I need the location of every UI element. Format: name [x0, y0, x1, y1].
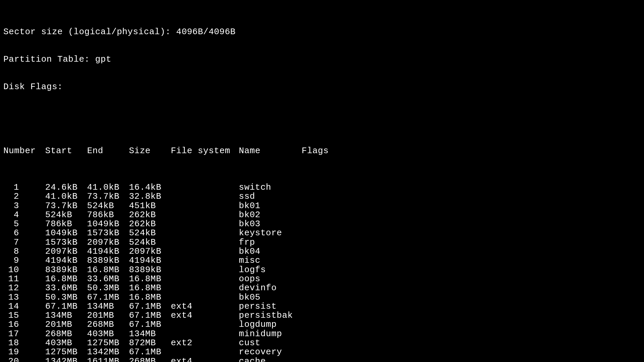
cell-start: 2097kB — [45, 247, 87, 256]
table-row: 1116.8MB33.6MB16.8MBoops — [3, 275, 641, 284]
cell-end: 41.0kB — [87, 183, 129, 192]
cell-name: cache — [239, 357, 302, 362]
table-header: NumberStartEndSizeFile systemNameFlags — [3, 146, 641, 156]
partition-table-line: Partition Table: gpt — [3, 55, 641, 64]
cell-end: 4194kB — [87, 247, 129, 256]
cell-number: 12 — [3, 284, 19, 293]
cell-number: 2 — [3, 192, 19, 201]
cell-end: 50.3MB — [87, 284, 129, 293]
cell-start: 403MB — [45, 339, 87, 348]
table-row: 17268MB403MB134MBminidump — [3, 329, 641, 339]
table-row: 124.6kB41.0kB16.4kBswitch — [3, 183, 641, 192]
cell-end: 134MB — [87, 302, 129, 311]
col-header-filesystem: File system — [171, 146, 239, 156]
sector-size-line: Sector size (logical/physical): 4096B/40… — [3, 27, 641, 37]
table-row: 108389kB16.8MB8389kBlogfs — [3, 265, 641, 275]
cell-size: 67.1MB — [129, 302, 171, 311]
col-header-size: Size — [129, 146, 171, 156]
cell-start: 1573kB — [45, 238, 87, 247]
cell-number: 20 — [3, 357, 19, 362]
cell-size: 67.1MB — [129, 320, 171, 329]
table-row: 15134MB201MB67.1MBext4persistbak — [3, 311, 641, 320]
cell-size: 16.4kB — [129, 183, 171, 192]
table-row: 18403MB1275MB872MBext2cust — [3, 339, 641, 348]
cell-name: keystore — [239, 229, 302, 238]
cell-size: 268MB — [129, 357, 171, 362]
cell-name: bk05 — [239, 293, 302, 302]
col-header-start: Start — [45, 146, 87, 156]
cell-number: 9 — [3, 256, 19, 265]
cell-start: 1049kB — [45, 229, 87, 238]
cell-size: 872MB — [129, 339, 171, 348]
cell-start: 33.6MB — [45, 284, 87, 293]
cell-end: 1049kB — [87, 220, 129, 229]
cell-size: 262kB — [129, 210, 171, 220]
cell-name: bk03 — [239, 220, 302, 229]
col-header-name: Name — [239, 146, 302, 156]
table-row: 61049kB1573kB524kBkeystore — [3, 229, 641, 238]
table-row: 373.7kB524kB451kBbk01 — [3, 201, 641, 210]
cell-end: 1573kB — [87, 229, 129, 238]
table-row: 241.0kB73.7kB32.8kBssd — [3, 192, 641, 201]
cell-name: frp — [239, 238, 302, 247]
cell-name: bk01 — [239, 201, 302, 210]
cell-number: 14 — [3, 302, 19, 311]
cell-start: 4194kB — [45, 256, 87, 265]
cell-start: 24.6kB — [45, 183, 87, 192]
cell-start: 16.8MB — [45, 275, 87, 284]
cell-number: 15 — [3, 311, 19, 320]
cell-number: 1 — [3, 183, 19, 192]
table-row: 16201MB268MB67.1MBlogdump — [3, 320, 641, 329]
cell-end: 2097kB — [87, 238, 129, 247]
cell-end: 8389kB — [87, 256, 129, 265]
cell-start: 786kB — [45, 220, 87, 229]
cell-end: 73.7kB — [87, 192, 129, 201]
cell-start: 73.7kB — [45, 201, 87, 210]
cell-size: 8389kB — [129, 265, 171, 275]
cell-start: 1342MB — [45, 357, 87, 362]
cell-start: 41.0kB — [45, 192, 87, 201]
cell-size: 451kB — [129, 201, 171, 210]
cell-size: 16.8MB — [129, 284, 171, 293]
table-row: 4524kB786kB262kBbk02 — [3, 210, 641, 220]
table-row: 82097kB4194kB2097kBbk04 — [3, 247, 641, 256]
cell-name: logdump — [239, 320, 302, 329]
cell-number: 17 — [3, 329, 19, 339]
cell-end: 33.6MB — [87, 275, 129, 284]
blank-line — [3, 110, 641, 119]
table-row: 5786kB1049kB262kBbk03 — [3, 220, 641, 229]
cell-name: misc — [239, 256, 302, 265]
cell-size: 32.8kB — [129, 192, 171, 201]
cell-filesystem: ext4 — [171, 302, 239, 311]
cell-name: bk04 — [239, 247, 302, 256]
cell-name: cust — [239, 339, 302, 348]
cell-name: bk02 — [239, 210, 302, 220]
cell-name: devinfo — [239, 284, 302, 293]
cell-end: 1275MB — [87, 339, 129, 348]
cell-end: 524kB — [87, 201, 129, 210]
disk-flags-line: Disk Flags: — [3, 82, 641, 92]
cell-number: 18 — [3, 339, 19, 348]
terminal-output[interactable]: Sector size (logical/physical): 4096B/40… — [0, 0, 644, 362]
cell-number: 7 — [3, 238, 19, 247]
cell-filesystem: ext2 — [171, 339, 239, 348]
table-row: 1467.1MB134MB67.1MBext4persist — [3, 302, 641, 311]
cell-size: 67.1MB — [129, 348, 171, 357]
cell-number: 19 — [3, 348, 19, 357]
cell-number: 13 — [3, 293, 19, 302]
cell-name: persistbak — [239, 311, 302, 320]
table-row: 191275MB1342MB67.1MBrecovery — [3, 348, 641, 357]
cell-size: 262kB — [129, 220, 171, 229]
col-header-end: End — [87, 146, 129, 156]
cell-start: 1275MB — [45, 348, 87, 357]
cell-end: 16.8MB — [87, 265, 129, 275]
cell-end: 201MB — [87, 311, 129, 320]
cell-number: 3 — [3, 201, 19, 210]
cell-filesystem: ext4 — [171, 311, 239, 320]
table-row: 71573kB2097kB524kBfrp — [3, 238, 641, 247]
cell-size: 16.8MB — [129, 275, 171, 284]
cell-size: 524kB — [129, 229, 171, 238]
cell-name: recovery — [239, 348, 302, 357]
cell-number: 5 — [3, 220, 19, 229]
cell-size: 4194kB — [129, 256, 171, 265]
